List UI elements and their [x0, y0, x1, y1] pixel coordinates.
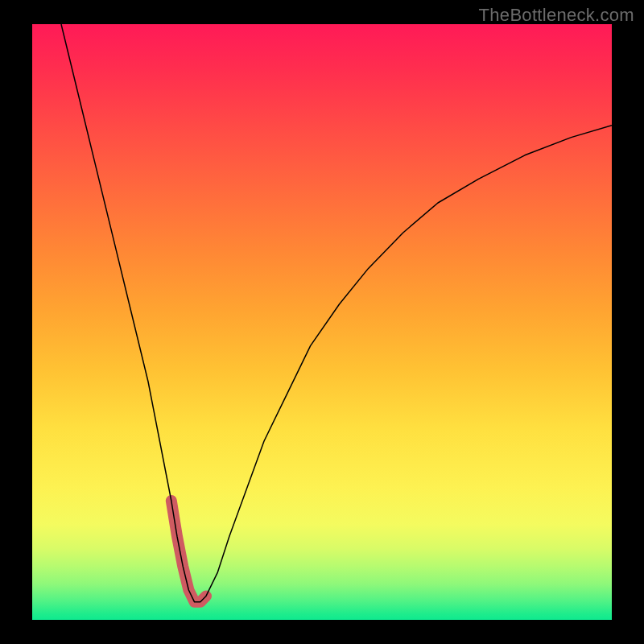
chart-frame: TheBottleneck.com — [0, 0, 644, 644]
bottleneck-curve — [61, 24, 612, 602]
watermark-text: TheBottleneck.com — [479, 5, 634, 26]
curve-svg — [32, 24, 612, 620]
plot-area — [32, 24, 612, 620]
minimum-marker — [171, 501, 206, 602]
